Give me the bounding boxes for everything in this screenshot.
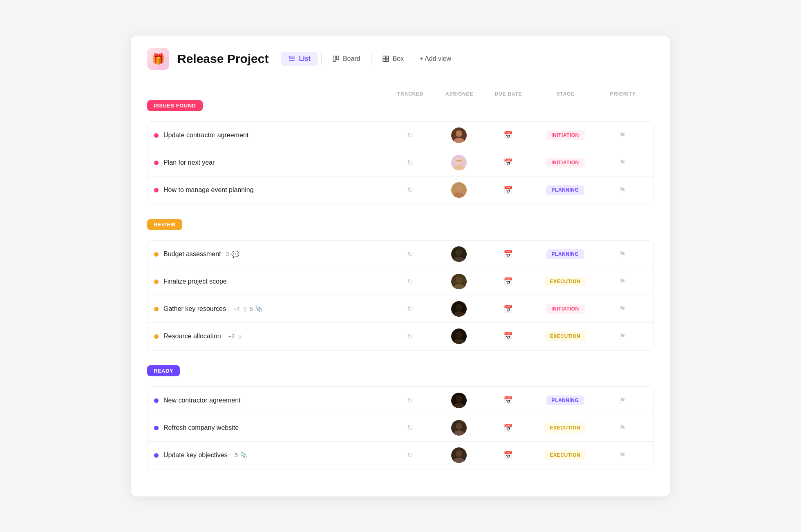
tracked-icon[interactable]: ↻ [407, 158, 413, 167]
section-content-issues: Update contractor agreement ↻ 📅 INITIATI… [147, 121, 654, 204]
table-row: Finalize project scope ↻ 📅 EXECUTION [148, 268, 653, 295]
tab-list[interactable]: List [281, 52, 318, 66]
calendar-icon[interactable]: 📅 [503, 186, 512, 194]
stage-badge: INITIATION [546, 158, 584, 168]
avatar [451, 393, 467, 408]
nav-tabs: List Board Box + Add view [281, 52, 458, 66]
tracked-icon[interactable]: ↻ [407, 277, 413, 286]
avatar [451, 301, 467, 317]
tracked-icon[interactable]: ↻ [407, 250, 413, 259]
task-name-cell: Finalize project scope [154, 278, 385, 285]
task-name: Update key objectives [163, 452, 228, 459]
avatar [451, 182, 467, 198]
tracked-icon[interactable]: ↻ [407, 423, 413, 432]
tracked-cell: ↻ [385, 277, 434, 286]
tab-box[interactable]: Box [375, 52, 412, 66]
priority-cell: ⚑ [598, 186, 647, 194]
calendar-icon[interactable]: 📅 [503, 304, 512, 313]
table-row: New contractor agreement ↻ 📅 PLANNING [148, 387, 653, 414]
dot-indicator [154, 398, 159, 403]
flag-icon[interactable]: ⚑ [619, 451, 626, 460]
stage-badge: PLANNING [546, 249, 585, 259]
svg-point-26 [454, 430, 464, 436]
table-row: Refresh company website ↻ 📅 EXECUTION [148, 414, 653, 441]
tracked-icon[interactable]: ↻ [407, 131, 413, 140]
stage-cell: PLANNING [533, 249, 598, 259]
stage-cell: INITIATION [533, 304, 598, 314]
svg-point-17 [456, 277, 462, 283]
flag-icon[interactable]: ⚑ [619, 131, 626, 140]
task-name-cell: Resource allocation +2 ◎ [154, 333, 385, 340]
flag-icon[interactable]: ⚑ [619, 277, 626, 286]
svg-point-13 [456, 185, 462, 192]
svg-point-19 [456, 304, 462, 311]
priority-cell: ⚑ [598, 451, 647, 460]
section-badge-issues: ISSUES FOUND [147, 100, 203, 111]
tracked-cell: ↻ [385, 186, 434, 194]
task-name-cell: Update key objectives 5 📎 [154, 452, 385, 459]
tracked-cell: ↻ [385, 451, 434, 460]
svg-point-18 [454, 284, 464, 289]
task-meta: +2 ◎ [226, 333, 242, 340]
task-name-cell: New contractor agreement [154, 397, 385, 404]
calendar-icon[interactable]: 📅 [503, 131, 512, 140]
flag-icon[interactable]: ⚑ [619, 332, 626, 341]
svg-rect-5 [383, 56, 385, 58]
stage-cell: INITIATION [533, 130, 598, 140]
add-view-button[interactable]: + Add view [413, 52, 458, 66]
task-name: Finalize project scope [163, 278, 227, 285]
svg-point-24 [454, 403, 464, 408]
calendar-icon[interactable]: 📅 [503, 423, 512, 432]
app-icon: 🎁 [147, 48, 169, 70]
table-row: How to manage event planning ↻ 📅 PLANNIN… [148, 176, 653, 204]
svg-rect-4 [336, 56, 338, 59]
assignee-cell [434, 155, 483, 170]
calendar-icon[interactable]: 📅 [503, 332, 512, 341]
calendar-icon[interactable]: 📅 [503, 451, 512, 460]
col-stage: STAGE [533, 91, 598, 97]
tracked-cell: ↻ [385, 332, 434, 341]
tracked-icon[interactable]: ↻ [407, 451, 413, 460]
tracked-icon[interactable]: ↻ [407, 304, 413, 313]
stage-badge: PLANNING [546, 185, 585, 195]
calendar-icon[interactable]: 📅 [503, 250, 512, 259]
due-date-cell: 📅 [483, 423, 533, 432]
task-name: Budget assessment [163, 250, 221, 258]
flag-icon[interactable]: ⚑ [619, 186, 626, 194]
stage-cell: PLANNING [533, 396, 598, 405]
task-name-cell: How to manage event planning [154, 186, 385, 194]
flag-icon[interactable]: ⚑ [619, 396, 626, 405]
tab-board[interactable]: Board [325, 52, 368, 66]
col-tracked: TRACKED [386, 91, 435, 97]
dot-indicator [154, 133, 159, 138]
flag-icon[interactable]: ⚑ [619, 158, 626, 167]
stage-badge: EXECUTION [544, 423, 586, 433]
svg-point-21 [456, 331, 462, 338]
tracked-cell: ↻ [385, 423, 434, 432]
table-row: Update contractor agreement ↻ 📅 INITIATI… [148, 121, 653, 149]
app-container: 🎁 Release Project List Board Box + Add v… [131, 36, 670, 496]
calendar-icon[interactable]: 📅 [503, 396, 512, 405]
assignee-cell [434, 447, 483, 463]
stage-cell: PLANNING [533, 185, 598, 195]
tracked-icon[interactable]: ↻ [407, 186, 413, 194]
calendar-icon[interactable]: 📅 [503, 277, 512, 286]
task-name: How to manage event planning [163, 186, 254, 194]
tracked-icon[interactable]: ↻ [407, 396, 413, 405]
dot-indicator [154, 188, 159, 192]
calendar-icon[interactable]: 📅 [503, 158, 512, 167]
tracked-cell: ↻ [385, 304, 434, 313]
stage-badge: INITIATION [546, 304, 584, 314]
avatar [451, 246, 467, 262]
svg-point-28 [454, 458, 464, 463]
stage-cell: EXECUTION [533, 423, 598, 433]
flag-icon[interactable]: ⚑ [619, 304, 626, 313]
stage-badge: PLANNING [546, 396, 585, 405]
table-row: Resource allocation +2 ◎ ↻ 📅 [148, 322, 653, 350]
section-header-issues: ISSUES FOUND [147, 100, 654, 111]
svg-point-10 [454, 138, 464, 143]
tracked-icon[interactable]: ↻ [407, 332, 413, 341]
flag-icon[interactable]: ⚑ [619, 250, 626, 259]
flag-icon[interactable]: ⚑ [619, 423, 626, 432]
tab-list-label: List [299, 55, 310, 63]
